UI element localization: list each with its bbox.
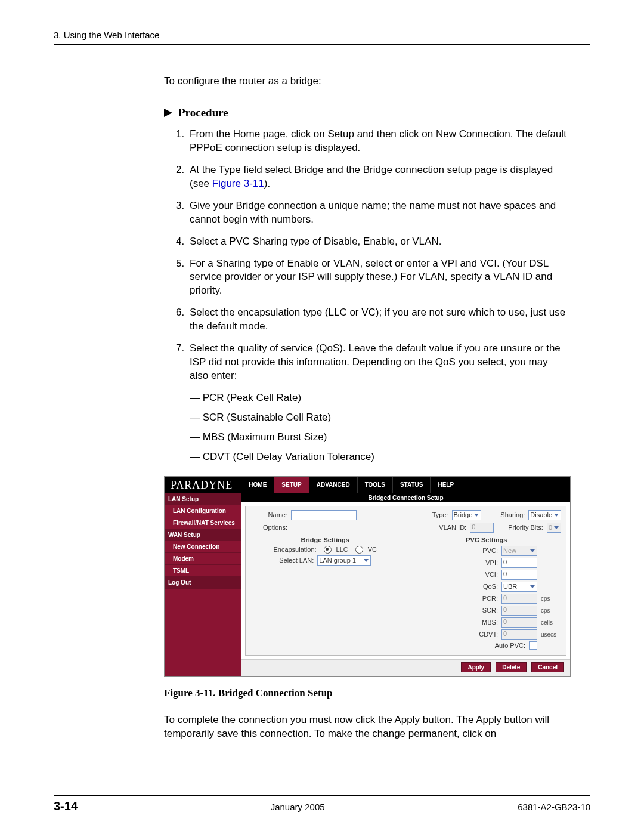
sidebar-tsml[interactable]: TSML	[165, 565, 241, 577]
tab-tools[interactable]: TOOLS	[357, 477, 392, 493]
figure-link[interactable]: Figure 3-11	[212, 178, 264, 189]
qos-label: QoS:	[447, 583, 498, 590]
select-lan-label: Select LAN:	[279, 557, 314, 564]
qos-pcr: PCR (Peak Cell Rate)	[190, 391, 566, 405]
mbs-unit: cells	[541, 619, 561, 626]
vlan-input[interactable]: 0	[470, 523, 494, 533]
pvc-label: PVC:	[447, 547, 498, 554]
running-header: 3. Using the Web Interface	[54, 30, 590, 40]
cdvt-label: CDVT:	[447, 631, 498, 638]
step-4: Select a PVC Sharing type of Disable, En…	[187, 235, 566, 249]
step-7-text: Select the quality of service (QoS). Lea…	[190, 342, 561, 381]
tab-status[interactable]: STATUS	[392, 477, 431, 493]
vci-input[interactable]: 0	[501, 570, 537, 580]
page-footer: 3-14 January 2005 6381-A2-GB23-10	[54, 790, 590, 813]
page-number: 3-14	[54, 799, 78, 813]
cdvt-input[interactable]: 0	[501, 629, 537, 640]
sidebar-lan-config[interactable]: LAN Configuration	[165, 505, 241, 517]
qos-scr: SCR (Sustainable Cell Rate)	[190, 411, 566, 425]
apply-button[interactable]: Apply	[461, 662, 491, 672]
procedure-heading: Procedure	[164, 106, 590, 119]
encap-vc-text: VC	[368, 546, 377, 553]
encap-label: Encapsulation:	[273, 546, 316, 553]
select-lan-select[interactable]: LAN group 1	[317, 555, 371, 566]
pcr-input[interactable]: 0	[501, 594, 537, 604]
scr-unit: cps	[541, 607, 561, 614]
header-rule	[54, 44, 590, 45]
sidebar-logout[interactable]: Log Out	[165, 577, 241, 589]
options-label: Options:	[250, 524, 287, 531]
intro-text: To configure the router as a bridge:	[164, 75, 590, 88]
name-label: Name:	[250, 511, 287, 518]
step-1: From the Home page, click on Setup and t…	[187, 128, 566, 155]
autopvc-checkbox[interactable]	[529, 641, 537, 650]
vpi-input[interactable]: 0	[501, 558, 537, 568]
mbs-input[interactable]: 0	[501, 617, 537, 628]
tab-setup[interactable]: SETUP	[274, 477, 308, 493]
pcr-label: PCR:	[447, 595, 498, 602]
sidebar-new-connection[interactable]: New Connection	[165, 541, 241, 553]
vci-label: VCI:	[447, 571, 498, 578]
encap-llc-radio[interactable]	[324, 546, 332, 554]
tab-help[interactable]: HELP	[430, 477, 461, 493]
autopvc-label: Auto PVC:	[474, 642, 525, 649]
mbs-label: MBS:	[447, 619, 498, 626]
qos-cdvt: CDVT (Cell Delay Variation Tolerance)	[190, 450, 566, 464]
step-3: Give your Bridge connection a unique nam…	[187, 199, 566, 227]
name-input[interactable]	[291, 510, 357, 520]
sharing-label: Sharing:	[500, 511, 525, 518]
delete-button[interactable]: Delete	[496, 662, 527, 672]
form-area: Name: Type: Bridge Sharing: Disable Opti…	[245, 506, 566, 656]
footer-rule	[54, 795, 590, 796]
content-title: Bridged Connection Setup	[242, 493, 570, 502]
qos-select[interactable]: UBR	[501, 582, 537, 592]
svg-marker-0	[164, 109, 172, 117]
sharing-select[interactable]: Disable	[528, 510, 561, 520]
bridge-settings-title: Bridge Settings	[250, 536, 400, 543]
sidebar-lan-setup[interactable]: LAN Setup	[165, 493, 241, 505]
step-6: Select the encapsulation type (LLC or VC…	[187, 306, 566, 333]
closing-paragraph: To complete the connection you must now …	[164, 713, 566, 741]
type-label: Type:	[432, 511, 448, 518]
step-5: For a Sharing type of Enable or VLAN, se…	[187, 257, 566, 298]
type-select[interactable]: Bridge	[452, 510, 482, 520]
step-2: At the Type field select Bridge and the …	[187, 163, 566, 191]
scr-label: SCR:	[447, 607, 498, 614]
triangle-icon	[164, 109, 174, 117]
procedure-steps: From the Home page, click on Setup and t…	[173, 128, 590, 464]
encap-llc-text: LLC	[336, 546, 348, 553]
cdvt-unit: usecs	[541, 631, 561, 638]
encap-vc-radio[interactable]	[355, 546, 363, 554]
scr-input[interactable]: 0	[501, 606, 537, 616]
sidebar-firewall[interactable]: Firewall/NAT Services	[165, 517, 241, 529]
qos-mbs: MBS (Maximum Burst Size)	[190, 431, 566, 444]
priority-label: Priority Bits:	[508, 524, 543, 531]
content-pane: Bridged Connection Setup Name: Type: Bri…	[242, 493, 570, 676]
vpi-label: VPI:	[447, 559, 498, 566]
step-7: Select the quality of service (QoS). Lea…	[187, 342, 566, 464]
cancel-button[interactable]: Cancel	[531, 662, 564, 672]
router-screenshot: PARADYNE HOME SETUP ADVANCED TOOLS STATU…	[164, 476, 571, 677]
tab-home[interactable]: HOME	[241, 477, 274, 493]
footer-doc-id: 6381-A2-GB23-10	[518, 802, 590, 812]
sidebar: LAN Setup LAN Configuration Firewall/NAT…	[165, 493, 242, 676]
pvc-select[interactable]: New	[501, 546, 537, 556]
ui-topbar: PARADYNE HOME SETUP ADVANCED TOOLS STATU…	[165, 477, 570, 493]
pvc-settings-title: PVC Settings	[412, 536, 562, 543]
button-row: Apply Delete Cancel	[242, 659, 570, 676]
qos-sublist: PCR (Peak Cell Rate) SCR (Sustainable Ce…	[190, 391, 566, 464]
procedure-label: Procedure	[178, 106, 228, 119]
tab-advanced[interactable]: ADVANCED	[309, 477, 357, 493]
pcr-unit: cps	[541, 595, 561, 602]
figure-caption: Figure 3-11. Bridged Connection Setup	[164, 687, 590, 699]
priority-select[interactable]: 0	[547, 523, 561, 533]
nav-tabs: HOME SETUP ADVANCED TOOLS STATUS HELP	[241, 477, 461, 493]
footer-date: January 2005	[271, 802, 325, 812]
vlan-label: VLAN ID:	[439, 524, 466, 531]
step-2-text-b: ).	[264, 178, 270, 189]
sidebar-modem[interactable]: Modem	[165, 553, 241, 565]
sidebar-wan-setup[interactable]: WAN Setup	[165, 529, 241, 541]
brand-logo: PARADYNE	[165, 477, 241, 493]
